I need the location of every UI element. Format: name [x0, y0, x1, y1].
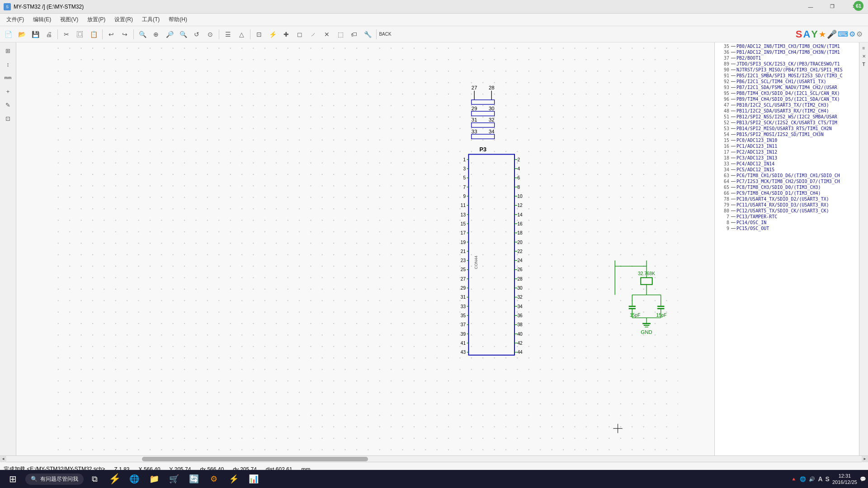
- minimize-button[interactable]: —: [800, 0, 821, 14]
- svg-text:26: 26: [517, 267, 523, 272]
- sys-icon-s[interactable]: S: [826, 475, 830, 483]
- h-scrollbar[interactable]: ◄ ►: [0, 455, 868, 462]
- pin-list[interactable]: 35PB0/ADC12_IN8/TIM3_CH3/TIM8_CH2N/(TIM1…: [715, 42, 859, 455]
- svg-text:1: 1: [463, 157, 466, 162]
- h-scroll-right[interactable]: ►: [862, 456, 868, 462]
- menu-settings[interactable]: 设置(R): [110, 14, 137, 25]
- pin-number: 15: [717, 138, 729, 143]
- app-chart-btn[interactable]: 📊: [245, 470, 263, 488]
- lt-mm-btn[interactable]: mm: [2, 71, 14, 84]
- sys-icon-network[interactable]: 🌐: [800, 476, 806, 482]
- bus-btn[interactable]: ⬚: [334, 28, 347, 41]
- pin-number: 33: [717, 161, 729, 166]
- pin-label: PB14/SPI2_MISO/USART3_RTS/TIM1_CH2N: [736, 126, 832, 131]
- rmt-btn-1[interactable]: ≡: [860, 44, 868, 52]
- pin-number: 34: [717, 167, 729, 172]
- svg-text:31: 31: [472, 117, 477, 122]
- lt-pan-btn[interactable]: ↕: [2, 58, 14, 70]
- pin-dash: [731, 122, 736, 123]
- pin-label: PC1/ADC123_IN11: [736, 144, 777, 149]
- no-conn-btn[interactable]: ✕: [321, 28, 333, 41]
- app-rotate-btn[interactable]: 🔄: [185, 470, 203, 488]
- pin-label: PB12/SPI2_NSS/I2S2_WS/(I2C2_SMBA/USAR: [736, 114, 837, 119]
- label-btn[interactable]: 🏷: [348, 28, 360, 41]
- menu-view[interactable]: 视图(V): [56, 14, 83, 25]
- svg-text:22: 22: [517, 249, 523, 254]
- svg-text:16: 16: [517, 221, 523, 226]
- copy-btn[interactable]: ⿴: [74, 28, 86, 41]
- power-btn[interactable]: ⚡: [266, 28, 279, 41]
- app-kicad-btn[interactable]: ⚡: [225, 470, 243, 488]
- back-btn[interactable]: BACK: [379, 28, 392, 41]
- hier-btn[interactable]: △: [235, 28, 248, 41]
- list-btn[interactable]: ☰: [222, 28, 234, 41]
- paste-btn[interactable]: 📋: [87, 28, 100, 41]
- pin-dash: [731, 93, 736, 94]
- h-scroll-left[interactable]: ◄: [0, 456, 6, 462]
- store-btn[interactable]: 🛒: [165, 470, 183, 488]
- menu-place[interactable]: 放置(P): [83, 14, 110, 25]
- cut-btn[interactable]: ✂: [60, 28, 73, 41]
- undo-btn[interactable]: ↩: [105, 28, 118, 41]
- lt-add-btn[interactable]: +: [2, 85, 14, 98]
- restore-button[interactable]: ❐: [822, 0, 843, 14]
- svg-text:29: 29: [472, 106, 477, 111]
- rmt-btn-2[interactable]: ✕: [860, 52, 868, 60]
- notification-icon[interactable]: 💬: [860, 476, 866, 482]
- svg-text:34: 34: [489, 129, 495, 134]
- pin-dash: [731, 105, 736, 105]
- pin-dash: [731, 128, 736, 129]
- menu-help[interactable]: 帮助(H): [164, 14, 192, 25]
- pin-dash: [731, 46, 736, 47]
- list-item: 96PB9/TIM4_CH4/SDIO_D5/(I2C1_SDA/CAN_TX): [715, 96, 859, 102]
- menu-file[interactable]: 文件(F): [2, 14, 28, 25]
- search-box[interactable]: 🔍 有问题尽管问我: [25, 474, 84, 485]
- rmt-btn-3[interactable]: T: [860, 61, 868, 68]
- new-btn[interactable]: 📄: [2, 28, 14, 41]
- edge-btn[interactable]: 🌐: [125, 470, 143, 488]
- tool-btn[interactable]: 🔧: [361, 28, 374, 41]
- sys-icon-a[interactable]: A: [818, 475, 822, 483]
- pin-number: 96: [717, 97, 729, 102]
- print-btn[interactable]: 🖨: [42, 28, 55, 41]
- menu-edit[interactable]: 编辑(E): [28, 14, 56, 25]
- redo-btn[interactable]: ↪: [118, 28, 131, 41]
- h-scroll-thumb[interactable]: [142, 457, 368, 461]
- wire-btn[interactable]: ⟋: [307, 28, 320, 41]
- canvas-area[interactable]: 27 28 29 30 31 32 33 34 P3: [16, 42, 714, 455]
- refresh-btn[interactable]: ↺: [190, 28, 203, 41]
- find-all-btn[interactable]: ⊕: [150, 28, 162, 41]
- save-btn[interactable]: 💾: [29, 28, 42, 41]
- pin-dash: [731, 99, 736, 99]
- list-item: 8PC14/OSC_IN: [715, 220, 859, 225]
- lt-comp-btn[interactable]: ⊡: [2, 112, 14, 125]
- zoom-fit-btn[interactable]: ⊙: [204, 28, 217, 41]
- svg-text:11: 11: [461, 203, 466, 208]
- list-item: 93PB7/I2C1_SDA/FSMC_NADV/TIM4_CH2/(USAR: [715, 84, 859, 90]
- svg-text:GND: GND: [641, 329, 652, 335]
- list-item: 33PC4/ADC12_IN14: [715, 161, 859, 167]
- open-btn[interactable]: 📂: [15, 28, 28, 41]
- app-settings-btn[interactable]: ⚙: [205, 470, 223, 488]
- task-view-btn[interactable]: ⧉: [85, 470, 104, 488]
- menu-tools[interactable]: 工具(T): [137, 14, 164, 25]
- box-btn[interactable]: ◻: [293, 28, 306, 41]
- sys-icon-chevron[interactable]: 🔺: [791, 476, 797, 482]
- lt-draw-btn[interactable]: ✎: [2, 99, 14, 111]
- comp-btn[interactable]: ⊡: [253, 28, 265, 41]
- sys-icon-volume[interactable]: 🔊: [809, 476, 815, 482]
- list-item: 47PB10/I2C2_SCL/USART3_TX/(TIM2_CH3): [715, 102, 859, 108]
- pin-number: 7: [717, 214, 729, 219]
- list-item: 34PC5/ADC12_IN15: [715, 167, 859, 173]
- explorer-btn[interactable]: 📁: [145, 470, 163, 488]
- add-net-btn[interactable]: ✚: [280, 28, 292, 41]
- cortana-btn[interactable]: ⚡: [105, 470, 123, 488]
- pin-label: PC5/ADC12_IN15: [736, 167, 774, 172]
- clock[interactable]: 12:31 2016/12/25: [832, 473, 857, 486]
- lt-grid-btn[interactable]: ⊞: [2, 44, 14, 57]
- zoom-out-btn[interactable]: 🔍: [177, 28, 189, 41]
- start-button[interactable]: ⊞: [2, 470, 24, 488]
- find-btn[interactable]: 🔍: [136, 28, 149, 41]
- zoom-in-btn[interactable]: 🔎: [163, 28, 176, 41]
- pin-label: PC10/USART4_TX/SDIO_D2/(USART3_TX): [736, 197, 829, 202]
